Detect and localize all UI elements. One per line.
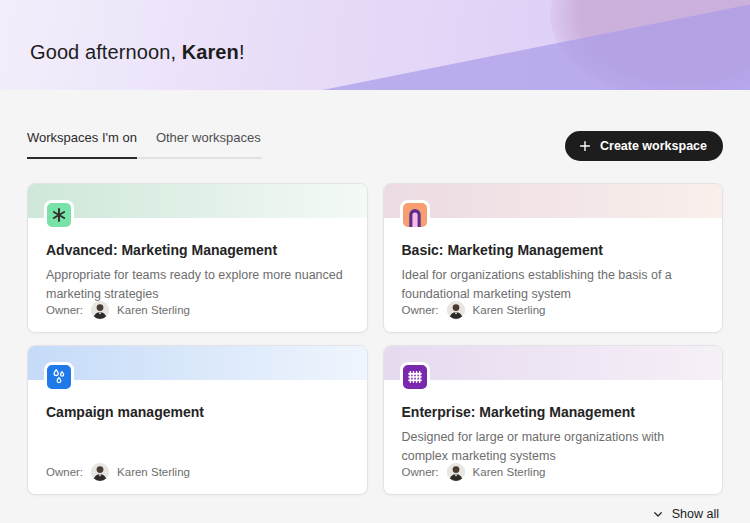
owner-name: Karen Sterling xyxy=(473,466,546,478)
tab-workspaces-im-on[interactable]: Workspaces I'm on xyxy=(27,130,137,159)
main-content: Workspaces I'm on Other workspaces Creat… xyxy=(0,90,750,521)
card-body: Advanced: Marketing Management Appropria… xyxy=(28,218,367,305)
tab-other-workspaces[interactable]: Other workspaces xyxy=(137,130,262,159)
card-header-band xyxy=(28,346,367,380)
card-body: Basic: Marketing Management Ideal for or… xyxy=(384,218,723,305)
card-body: Enterprise: Marketing Management Designe… xyxy=(384,380,723,467)
card-title: Advanced: Marketing Management xyxy=(46,242,349,258)
greeting-name: Karen xyxy=(182,41,239,63)
card-owner-row: Owner: Karen Sterling xyxy=(46,301,190,319)
plus-icon xyxy=(578,139,592,153)
card-title: Enterprise: Marketing Management xyxy=(402,404,705,420)
owner-label: Owner: xyxy=(402,466,439,478)
hash-grid-icon xyxy=(400,362,430,392)
workspace-tabs: Workspaces I'm on Other workspaces xyxy=(27,130,262,159)
workspace-card-grid: Advanced: Marketing Management Appropria… xyxy=(27,183,723,495)
owner-name: Karen Sterling xyxy=(117,304,190,316)
card-owner-row: Owner: Karen Sterling xyxy=(402,301,546,319)
raindrops-icon xyxy=(44,362,74,392)
greeting-prefix: Good afternoon, xyxy=(30,41,182,63)
owner-label: Owner: xyxy=(46,304,83,316)
hero-banner: Good afternoon, Karen! xyxy=(0,0,750,90)
card-description: Appropriate for teams ready to explore m… xyxy=(46,266,348,305)
owner-label: Owner: xyxy=(46,466,83,478)
card-title: Basic: Marketing Management xyxy=(402,242,705,258)
create-workspace-label: Create workspace xyxy=(600,139,707,153)
owner-avatar xyxy=(447,301,465,319)
show-all-label: Show all xyxy=(672,507,719,521)
show-all-button[interactable]: Show all xyxy=(652,507,719,521)
card-body: Campaign management xyxy=(28,380,367,420)
toolbar-row: Workspaces I'm on Other workspaces Creat… xyxy=(27,130,723,161)
card-header-band xyxy=(384,184,723,218)
workspace-card-advanced[interactable]: Advanced: Marketing Management Appropria… xyxy=(27,183,368,333)
owner-name: Karen Sterling xyxy=(473,304,546,316)
show-all-row: Show all xyxy=(27,507,723,521)
card-description: Ideal for organizations establishing the… xyxy=(402,266,704,305)
card-header-band xyxy=(28,184,367,218)
greeting-heading: Good afternoon, Karen! xyxy=(30,41,245,64)
workspace-card-campaign[interactable]: Campaign management Owner: Karen Sterlin… xyxy=(27,345,368,495)
workspace-card-enterprise[interactable]: Enterprise: Marketing Management Designe… xyxy=(383,345,724,495)
asterisk-icon xyxy=(44,200,74,230)
create-workspace-button[interactable]: Create workspace xyxy=(565,131,723,161)
greeting-suffix: ! xyxy=(239,41,245,63)
card-owner-row: Owner: Karen Sterling xyxy=(402,463,546,481)
owner-avatar xyxy=(91,301,109,319)
owner-label: Owner: xyxy=(402,304,439,316)
card-description: Designed for large or mature organizatio… xyxy=(402,428,704,467)
card-owner-row: Owner: Karen Sterling xyxy=(46,463,190,481)
owner-avatar xyxy=(91,463,109,481)
card-header-band xyxy=(384,346,723,380)
owner-avatar xyxy=(447,463,465,481)
owner-name: Karen Sterling xyxy=(117,466,190,478)
rainbow-arch-icon xyxy=(400,200,430,230)
card-title: Campaign management xyxy=(46,404,349,420)
chevron-down-icon xyxy=(652,508,664,520)
workspace-card-basic[interactable]: Basic: Marketing Management Ideal for or… xyxy=(383,183,724,333)
